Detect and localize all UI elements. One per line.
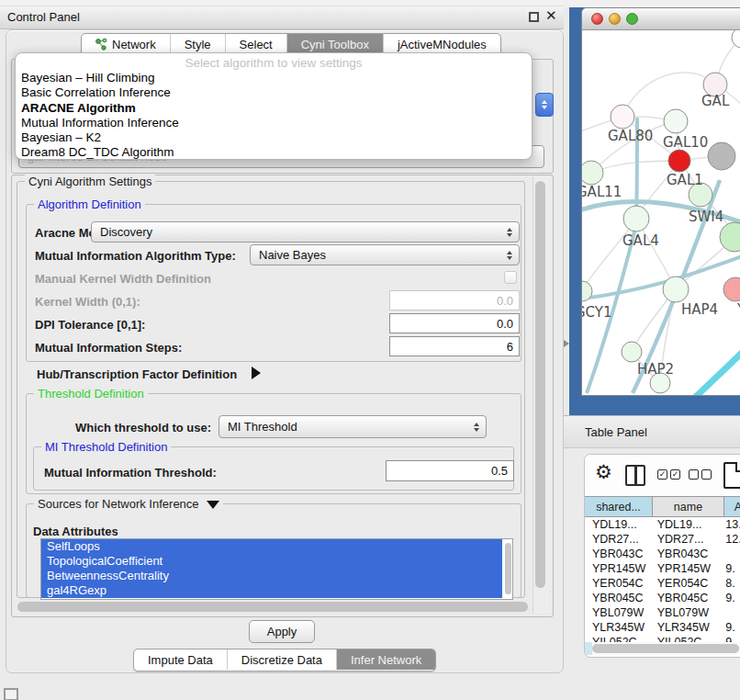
mi-steps-label: Mutual Information Steps:: [35, 341, 182, 355]
mi-type-combo[interactable]: Naive Bayes: [250, 244, 520, 265]
scroll-corner-left: [585, 642, 592, 655]
tab-jactivemnodules[interactable]: jActiveMNodules: [383, 34, 500, 54]
minimized-panel-icon[interactable]: [4, 688, 18, 700]
gear-icon[interactable]: ⚙: [595, 461, 612, 483]
panel-top-strip: [0, 0, 564, 6]
node-gal4[interactable]: [623, 206, 649, 231]
kernel-width-field[interactable]: 0.0: [389, 290, 520, 310]
minimize-window-icon[interactable]: [609, 13, 621, 25]
tab-network-label: Network: [112, 38, 156, 51]
dpi-tolerance-field[interactable]: 0.0: [389, 313, 520, 333]
node-label: GCY1: [582, 304, 612, 321]
tab-network[interactable]: Network: [82, 34, 170, 54]
node-label: GAL11: [582, 184, 622, 200]
mi-threshold-field[interactable]: 0.5: [386, 460, 514, 481]
tab-cyni-toolbox[interactable]: Cyni Toolbox: [286, 34, 383, 54]
stepper-down-icon: [542, 106, 547, 109]
node-gal11[interactable]: [582, 161, 603, 185]
select-all-checks-icon[interactable]: ✓ ✓: [657, 469, 680, 480]
list-item-selected[interactable]: BetweennessCentrality: [41, 569, 502, 583]
table-row[interactable]: YER054C YER054C 8.: [585, 576, 740, 591]
mi-steps-field[interactable]: 6: [389, 336, 520, 356]
node-y-partial[interactable]: [723, 277, 740, 301]
popup-item[interactable]: Basic Correlation Inference: [16, 85, 532, 100]
node-gal80[interactable]: [611, 105, 634, 129]
algorithm-combo-stepper[interactable]: [535, 93, 554, 117]
combo-stepper-icon: [504, 245, 515, 265]
node-gray[interactable]: [708, 142, 735, 170]
popup-item[interactable]: Dream8 DC_TDC Algorithm: [16, 145, 532, 160]
dpi-tolerance-label: DPI Tolerance [0,1]:: [35, 318, 145, 332]
columns-icon[interactable]: [625, 465, 645, 486]
table-cell: YBR045C: [650, 592, 719, 604]
data-attributes-list[interactable]: SelfLoops TopologicalCoefficient Between…: [40, 538, 513, 600]
table-cell: 9.: [718, 562, 740, 575]
node-green-right[interactable]: [720, 222, 740, 252]
node-gal1-highlighted[interactable]: [668, 150, 690, 172]
tab-infer-network[interactable]: Infer Network: [336, 649, 435, 670]
table-row[interactable]: YPR145W YPR145W 9.: [585, 561, 740, 576]
tab-infer-network-label: Infer Network: [351, 653, 421, 667]
node-label: GAL1: [667, 172, 703, 188]
popup-item[interactable]: Bayesian – K2: [16, 130, 532, 145]
popup-item[interactable]: Mutual Information Inference: [16, 116, 532, 130]
table-cell: 9.: [718, 621, 740, 634]
node-partial-top[interactable]: [732, 30, 740, 48]
hub-definition-toggle[interactable]: Hub/Transcription Factor Definition: [37, 367, 237, 381]
which-threshold-combo[interactable]: MI Threshold: [219, 415, 487, 438]
close-icon[interactable]: ✕: [545, 7, 557, 24]
sources-group-title[interactable]: Sources for Network Inference: [34, 497, 223, 511]
control-panel: Control Panel ✕ Network Style Select Cyn…: [0, 0, 564, 700]
table-row[interactable]: YDR27... YDR27... 12...: [585, 532, 740, 547]
node-hap2[interactable]: [622, 342, 642, 362]
apply-button[interactable]: Apply: [249, 620, 315, 643]
kernel-width-value: 0.0: [497, 294, 513, 308]
zoom-window-icon[interactable]: [626, 13, 638, 25]
network-window-titlebar[interactable]: [582, 8, 740, 30]
node-label: HAP4: [681, 301, 718, 318]
tab-style[interactable]: Style: [170, 34, 225, 54]
apply-button-label: Apply: [267, 625, 297, 638]
file-icon[interactable]: [723, 462, 740, 489]
table-hscrollbar-thumb[interactable]: [592, 644, 739, 653]
close-window-icon[interactable]: [591, 13, 603, 25]
network-canvas[interactable]: GAL GAL80 GAL10 GAL1 GAL11 SWI4 GAL4 GCY…: [582, 30, 740, 395]
popup-item[interactable]: Bayesian – Hill Climbing: [16, 71, 532, 85]
tab-impute-data[interactable]: Impute Data: [134, 649, 227, 670]
node-label: Y: [736, 301, 740, 318]
list-item-selected[interactable]: SelfLoops: [41, 539, 502, 554]
tab-cyni-toolbox-label: Cyni Toolbox: [301, 38, 369, 51]
tab-select[interactable]: Select: [225, 34, 286, 54]
node-hap4[interactable]: [663, 277, 689, 302]
node-gal10[interactable]: [664, 109, 688, 133]
column-header-shared[interactable]: shared...: [585, 497, 653, 517]
column-header-label: shared...: [596, 501, 641, 514]
popup-item-selected[interactable]: ARACNE Algorithm: [16, 101, 532, 116]
column-header-name[interactable]: name: [653, 497, 724, 517]
table-row[interactable]: YBR043C YBR043C: [585, 547, 740, 561]
column-header-partial[interactable]: A: [724, 497, 740, 517]
column-header-label: A: [734, 501, 740, 514]
table-panel-title: Table Panel: [585, 425, 647, 439]
table-row[interactable]: YBL079W YBL079W: [585, 605, 740, 620]
data-attributes-label: Data Attributes: [33, 525, 118, 538]
expand-right-icon[interactable]: [252, 367, 261, 379]
table-row[interactable]: YLR345W YLR345W 9.: [585, 620, 740, 635]
float-window-icon[interactable]: [529, 12, 539, 22]
table-panel-titlebar: Table Panel: [564, 415, 740, 448]
mi-steps-value: 6: [507, 340, 513, 354]
aracne-mode-combo[interactable]: Discovery: [91, 221, 520, 243]
table-row[interactable]: YBR045C YBR045C 9.: [585, 591, 740, 605]
list-item-selected[interactable]: TopologicalCoefficient: [41, 554, 502, 569]
deselect-all-checks-icon[interactable]: [689, 469, 712, 480]
table-row[interactable]: YDL19... YDL19... 13...: [585, 517, 740, 532]
list-scrollbar-thumb[interactable]: [505, 543, 511, 594]
list-item-selected[interactable]: gal4RGexp: [41, 583, 502, 598]
node-label: GAL10: [663, 134, 708, 151]
control-panel-titlebar: Control Panel ✕: [0, 6, 564, 29]
vscrollbar-thumb[interactable]: [535, 181, 545, 588]
application-window: Control Panel ✕ Network Style Select Cyn…: [0, 0, 740, 700]
hscrollbar-thumb[interactable]: [17, 602, 528, 612]
tab-discretize-data[interactable]: Discretize Data: [227, 649, 336, 670]
manual-kernel-checkbox[interactable]: [504, 271, 517, 284]
